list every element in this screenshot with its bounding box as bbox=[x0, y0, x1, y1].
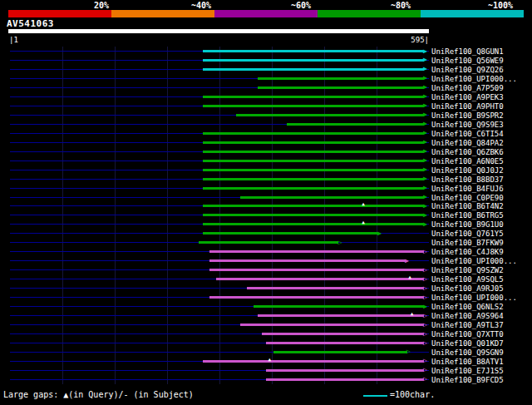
arrowhead-icon: ▷ bbox=[423, 313, 427, 319]
hit-label[interactable]: UniRef100_A6N0E5 bbox=[431, 157, 504, 165]
hit-label[interactable]: UniRef100_A9S964 bbox=[431, 312, 504, 320]
alignment-row: ▶UniRef100_B9SPR2 bbox=[0, 111, 532, 120]
arrowhead-icon: ▷ bbox=[423, 367, 427, 373]
hit-bar[interactable] bbox=[203, 178, 424, 180]
hit-label[interactable]: UniRef100_Q7XTT0 bbox=[431, 330, 504, 338]
hit-bar[interactable] bbox=[266, 342, 424, 344]
hit-bar[interactable] bbox=[262, 333, 424, 335]
hit-bar[interactable] bbox=[266, 369, 424, 372]
hit-bar[interactable] bbox=[258, 86, 424, 89]
arrowhead-icon: ▶ bbox=[423, 93, 427, 100]
hit-label[interactable]: UniRef100_UPI000... bbox=[431, 75, 517, 83]
hit-label[interactable]: UniRef100_UPI000... bbox=[431, 257, 517, 265]
hit-label[interactable]: UniRef100_Q8GUN1 bbox=[431, 47, 504, 56]
hit-bar[interactable] bbox=[203, 151, 424, 153]
hit-label[interactable]: UniRef100_C4J8K9 bbox=[431, 248, 504, 256]
hit-bar[interactable] bbox=[203, 187, 424, 190]
hit-bar[interactable] bbox=[216, 278, 424, 280]
hit-label[interactable]: UniRef100_B8ATV1 bbox=[431, 358, 504, 366]
hit-bar[interactable] bbox=[247, 287, 424, 289]
hit-label[interactable]: UniRef100_Q9ZQ26 bbox=[431, 66, 504, 74]
arrowhead-icon: ▷ bbox=[423, 267, 427, 274]
query-title: AV541063 bbox=[7, 18, 54, 29]
scale-tick-label: ~60% bbox=[291, 1, 311, 10]
arrowhead-icon: ▶ bbox=[423, 203, 427, 210]
hit-bar[interactable] bbox=[236, 114, 424, 116]
arrowhead-icon: ▶ bbox=[423, 84, 427, 91]
hit-bar[interactable] bbox=[209, 250, 424, 253]
hit-bar[interactable] bbox=[258, 77, 424, 80]
arrowhead-icon: ▷ bbox=[423, 249, 427, 255]
hit-label[interactable]: UniRef100_UPI000... bbox=[431, 294, 517, 302]
scale-length-line bbox=[363, 395, 387, 397]
hit-label[interactable]: UniRef100_Q9SZW2 bbox=[431, 266, 504, 274]
hit-label[interactable]: UniRef100_Q56WE9 bbox=[431, 57, 504, 65]
arrowhead-icon: ▶ bbox=[423, 212, 427, 219]
arrowhead-icon: ▶ bbox=[423, 75, 427, 81]
hit-label[interactable]: UniRef100_B9FCD5 bbox=[431, 376, 504, 384]
hit-label[interactable]: UniRef100_B8BD37 bbox=[431, 175, 504, 184]
alignment-row: ▷UniRef100_Q9SGN9 bbox=[0, 348, 532, 357]
arrowhead-icon: ▶ bbox=[423, 166, 427, 173]
hit-label[interactable]: UniRef100_Q6NLS2 bbox=[431, 303, 504, 311]
alignment-row: ▶UniRef100_Q6NLS2 bbox=[0, 302, 532, 311]
scale-segment bbox=[214, 10, 318, 17]
hit-label[interactable]: UniRef100_Q9S9E3 bbox=[431, 121, 504, 129]
hit-bar[interactable] bbox=[203, 223, 424, 225]
hit-bar[interactable] bbox=[203, 96, 424, 98]
hit-label[interactable]: UniRef100_Q761Y5 bbox=[431, 230, 504, 238]
hit-bar[interactable] bbox=[209, 259, 406, 262]
hit-label[interactable]: UniRef100_Q0J0J2 bbox=[431, 166, 504, 175]
hit-label[interactable]: UniRef100_Q9SGN9 bbox=[431, 348, 504, 357]
arrowhead-icon: ▶ bbox=[377, 230, 382, 237]
hit-bar[interactable] bbox=[266, 378, 424, 381]
hit-label[interactable]: UniRef100_Q01KD7 bbox=[431, 339, 504, 348]
hit-bar[interactable] bbox=[203, 50, 424, 52]
hit-label[interactable]: UniRef100_Q6ZBK6 bbox=[431, 148, 504, 156]
hit-label[interactable]: UniRef100_B6TRG5 bbox=[431, 211, 504, 220]
hit-label[interactable]: UniRef100_B4FUJ6 bbox=[431, 185, 504, 193]
hit-bar[interactable] bbox=[203, 169, 424, 171]
hit-label[interactable]: UniRef100_A9RJ05 bbox=[431, 284, 504, 293]
hit-label[interactable]: UniRef100_E7J1S5 bbox=[431, 367, 504, 375]
hit-label[interactable]: UniRef100_A9PHT0 bbox=[431, 102, 504, 111]
hit-bar[interactable] bbox=[203, 141, 424, 144]
hit-bar[interactable] bbox=[258, 314, 424, 317]
hit-label[interactable]: UniRef100_A9TL37 bbox=[431, 321, 504, 329]
hit-bar[interactable] bbox=[203, 205, 424, 207]
alignment-row: ▷UniRef100_UPI000... bbox=[0, 293, 532, 302]
hit-bar[interactable] bbox=[273, 351, 406, 353]
hit-label[interactable]: UniRef100_C6TI54 bbox=[431, 130, 504, 138]
hit-bar[interactable] bbox=[203, 232, 377, 235]
hit-bar[interactable] bbox=[203, 160, 424, 162]
alignment-row: ▶▲UniRef100_B9G1U0 bbox=[0, 220, 532, 229]
hit-label[interactable]: UniRef100_A9PEK3 bbox=[431, 93, 504, 101]
alignment-row: ▶UniRef100_B8BD37 bbox=[0, 175, 532, 184]
gap-marker-icon: ▲ bbox=[362, 201, 365, 206]
hit-bar[interactable] bbox=[209, 296, 424, 299]
hit-bar[interactable] bbox=[203, 360, 424, 363]
hit-label[interactable]: UniRef100_A7P509 bbox=[431, 84, 504, 92]
hit-label[interactable]: UniRef100_B7FKW9 bbox=[431, 239, 504, 247]
hit-label[interactable]: UniRef100_B9SPR2 bbox=[431, 111, 504, 120]
hit-label[interactable]: UniRef100_B6T4N2 bbox=[431, 202, 504, 210]
arrowhead-icon: ▶ bbox=[423, 304, 427, 310]
hit-bar[interactable] bbox=[287, 123, 424, 126]
hit-bar[interactable] bbox=[240, 196, 424, 199]
hit-label[interactable]: UniRef100_Q84PA2 bbox=[431, 139, 504, 147]
arrowhead-icon: ▶ bbox=[423, 102, 427, 109]
alignment-row: ▶UniRef100_A7P509 bbox=[0, 83, 532, 92]
hit-bar[interactable] bbox=[209, 269, 424, 271]
hit-bar[interactable] bbox=[203, 214, 424, 216]
hit-bar[interactable] bbox=[203, 105, 424, 107]
hit-bar[interactable] bbox=[203, 132, 424, 135]
hit-label[interactable]: UniRef100_A9SQL5 bbox=[431, 275, 504, 284]
hit-bar[interactable] bbox=[254, 305, 424, 308]
hit-bar[interactable] bbox=[203, 59, 424, 62]
hit-label[interactable]: UniRef100_B9G1U0 bbox=[431, 220, 504, 229]
hit-bar[interactable] bbox=[203, 68, 424, 71]
hit-bar[interactable] bbox=[240, 324, 424, 326]
hit-bar[interactable] bbox=[199, 241, 338, 244]
hit-label[interactable]: UniRef100_C0PE90 bbox=[431, 194, 504, 202]
alignment-rows: ▶UniRef100_Q8GUN1▶UniRef100_Q56WE9▶UniRe… bbox=[0, 47, 532, 384]
